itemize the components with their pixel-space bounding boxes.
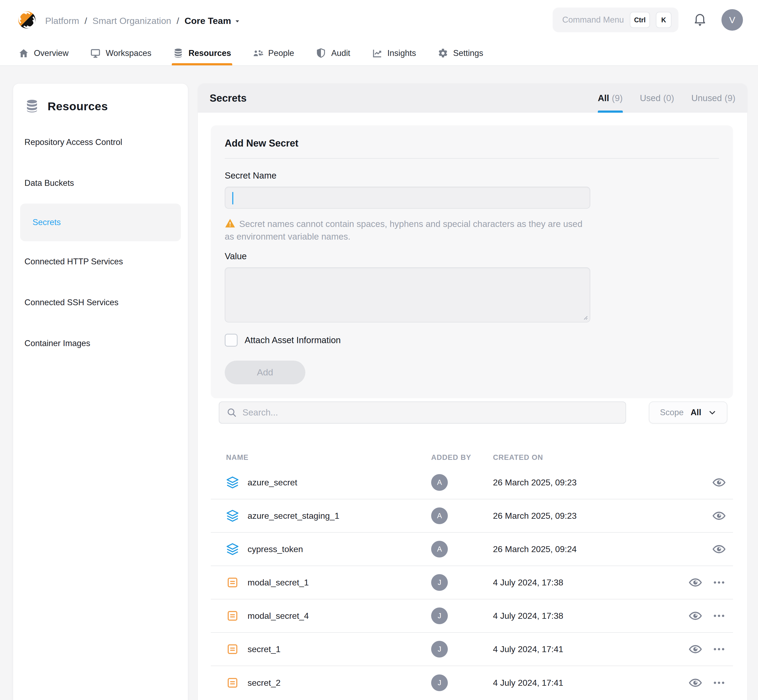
added-by-cell: J [431,608,493,624]
secret-name: modal_secret_1 [248,578,309,588]
created-on-cell: 4 July 2024, 17:41 [493,678,644,688]
view-secret-eye-icon[interactable] [688,609,702,623]
filter-tab-used[interactable]: Used (0) [640,84,674,112]
secret-name: azure_secret [248,478,297,488]
table-row[interactable]: azure_secret_staging_1 A 26 March 2025, … [211,499,733,533]
chevron-down-icon [708,408,716,417]
value-textarea[interactable] [225,268,590,322]
scope-dropdown[interactable]: Scope All [649,402,727,423]
row-actions [688,609,733,623]
tab-audit[interactable]: Audit [315,41,351,66]
secret-name-label: Secret Name [225,170,719,181]
sidebar-item-repository-access-control[interactable]: Repository Access Control [13,122,188,163]
tab-label: Insights [387,48,416,58]
filter-tab-count: (0) [663,93,674,103]
table-row[interactable]: modal_secret_4 J 4 July 2024, 17:38 [211,599,733,633]
breadcrumb: Platform / Smart Organization / Core Tea… [45,14,241,27]
filter-tab-all[interactable]: All (9) [598,84,623,112]
sidebar-item-container-images[interactable]: Container Images [13,323,188,364]
sidebar-header: Resources [13,84,188,122]
table-row[interactable]: secret_1 J 4 July 2024, 17:41 [211,633,733,666]
header-actions: Command Menu Ctrl K V [553,8,743,32]
more-options-icon[interactable] [712,642,726,656]
sidebar-item-data-buckets[interactable]: Data Buckets [13,163,188,203]
table-row[interactable]: secret_2 J 4 July 2024, 17:41 [211,666,733,700]
added-by-cell: J [431,641,493,658]
view-secret-eye-icon[interactable] [712,542,726,556]
secrets-panel: Secrets All (9) Used (0) Unused (9) Add … [198,83,747,700]
view-secret-eye-icon[interactable] [688,676,702,690]
secret-name: azure_secret_staging_1 [248,511,340,521]
row-actions [712,509,733,523]
secret-name-input[interactable] [225,187,590,208]
divider [225,158,719,159]
active-tab-underline [172,63,232,66]
sidebar-item-secrets[interactable]: Secrets [20,203,181,241]
primary-nav: Overview Workspaces Resources [17,41,484,66]
breadcrumb-platform[interactable]: Platform [45,16,79,26]
more-options-icon[interactable] [712,609,726,623]
breadcrumb-organization[interactable]: Smart Organization [92,16,171,26]
gear-icon [438,48,448,59]
more-options-icon[interactable] [712,575,726,589]
avatar: J [431,608,448,624]
table-row[interactable]: modal_secret_1 J 4 July 2024, 17:38 [211,566,733,599]
table-header-row: NAME ADDED BY CREATED ON [211,449,733,466]
page-title: Secrets [210,92,246,104]
search-input[interactable] [242,402,619,423]
avatar: J [431,574,448,591]
secret-name: secret_2 [248,678,281,688]
name-cell: secret_1 [211,643,431,656]
note-icon [226,643,239,656]
created-on-cell: 4 July 2024, 17:41 [493,644,644,654]
tab-workspaces[interactable]: Workspaces [89,41,153,66]
attach-asset-checkbox[interactable] [225,334,238,347]
view-secret-eye-icon[interactable] [688,642,702,656]
avatar: A [431,541,448,558]
filter-tab-unused[interactable]: Unused (9) [691,84,735,112]
view-secret-eye-icon[interactable] [712,509,726,523]
tab-settings[interactable]: Settings [437,41,484,66]
avatar: J [431,675,448,691]
more-options-icon[interactable] [712,676,726,690]
table-row[interactable]: azure_secret A 26 March 2025, 09:23 [211,466,733,499]
name-cell: azure_secret_staging_1 [211,509,431,522]
form-title: Add New Secret [225,138,719,149]
row-actions [688,642,733,656]
command-menu-button[interactable]: Command Menu Ctrl K [553,8,678,32]
database-icon [25,99,39,114]
scope-value: All [691,408,701,417]
row-actions [712,475,733,489]
attach-asset-row: Attach Asset Information [225,334,719,347]
breadcrumb-team-selector[interactable]: Core Team [184,16,240,26]
tab-people[interactable]: People [251,41,295,66]
created-on-cell: 26 March 2025, 09:23 [493,511,644,521]
scope-label: Scope [660,408,683,417]
notifications-bell-icon[interactable] [692,12,708,28]
home-icon [18,48,29,59]
value-field-wrap [225,267,590,322]
view-secret-eye-icon[interactable] [688,575,702,589]
user-avatar[interactable]: V [721,9,743,31]
breadcrumb-team-label: Core Team [184,16,231,26]
secret-name: modal_secret_4 [248,611,309,621]
created-on-cell: 4 July 2024, 17:38 [493,611,644,621]
layers-icon [226,509,239,522]
added-by-cell: A [431,508,493,524]
tab-insights[interactable]: Insights [371,41,417,66]
monitor-icon [90,48,101,59]
name-cell: azure_secret [211,476,431,489]
row-actions [712,542,733,556]
table-row[interactable]: cypress_token A 26 March 2025, 09:24 [211,533,733,566]
app-logo-icon[interactable] [14,7,40,33]
view-secret-eye-icon[interactable] [712,475,726,489]
tab-overview[interactable]: Overview [17,41,70,66]
tab-resources[interactable]: Resources [172,41,232,66]
warning-icon [225,218,236,228]
note-icon [226,677,239,689]
sidebar-item-connected-ssh-services[interactable]: Connected SSH Services [13,282,188,323]
sidebar-item-connected-http-services[interactable]: Connected HTTP Services [13,241,188,282]
layers-icon [226,543,239,556]
add-button[interactable]: Add [225,361,305,384]
avatar: A [431,474,448,491]
